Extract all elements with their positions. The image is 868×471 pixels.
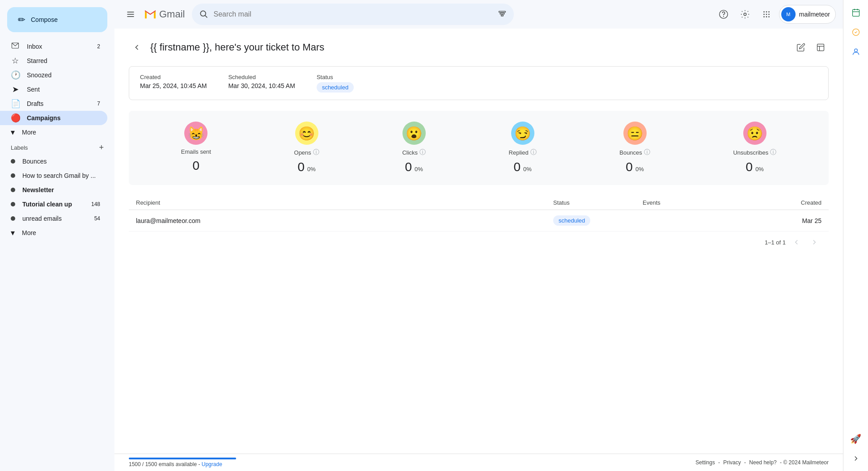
pagination-next[interactable] xyxy=(807,235,821,249)
search-input[interactable] xyxy=(213,10,492,18)
campaigns-label: Campaigns xyxy=(27,114,60,122)
header-actions xyxy=(793,39,829,55)
stat-item-clicks: 😮 Clicksⓘ 0 0% xyxy=(402,122,426,174)
scheduled-field: Scheduled Mar 30, 2024, 10:45 AM xyxy=(228,74,295,93)
mailmeteor-icon: 🚀 xyxy=(850,433,861,444)
right-panel: 🚀 xyxy=(843,0,868,471)
labels-more-button[interactable]: ▾ More xyxy=(0,226,107,240)
sidebar-item-inbox[interactable]: Inbox 2 xyxy=(0,39,107,54)
settings-link[interactable]: Settings xyxy=(695,459,715,466)
stat-value-container-replied: 0 0% xyxy=(513,160,531,174)
mailmeteor-panel-icon[interactable]: 🚀 xyxy=(847,430,865,448)
compose-icon: ✏ xyxy=(18,14,25,25)
compose-button[interactable]: ✏ Compose xyxy=(7,7,107,32)
app-grid-button[interactable] xyxy=(758,5,775,23)
stat-num-bounces: 0 xyxy=(626,160,633,174)
chevron-down-icon: ▾ xyxy=(11,127,15,137)
svg-rect-7 xyxy=(500,13,504,14)
chevron-down-icon-labels: ▾ xyxy=(11,228,15,238)
account-button[interactable]: M mailmeteor xyxy=(779,5,836,24)
campaigns-icon: 🔴 xyxy=(11,113,20,123)
svg-point-19 xyxy=(766,16,767,17)
svg-point-18 xyxy=(763,16,765,17)
avatar: M xyxy=(781,7,796,21)
nav-more-label: More xyxy=(22,129,36,136)
stat-value-container-opens: 0 0% xyxy=(297,160,315,174)
stat-value-container-unsubscribes: 0 0% xyxy=(746,160,764,174)
drafts-badge: 7 xyxy=(97,101,100,107)
unread-emails-label: unread emails xyxy=(22,215,62,222)
col-status: Status xyxy=(553,199,643,206)
upgrade-link[interactable]: Upgrade xyxy=(202,461,222,467)
info-icon-clicks[interactable]: ⓘ xyxy=(419,148,426,156)
status-badge: scheduled xyxy=(317,82,354,93)
search-filter-icon[interactable] xyxy=(498,9,507,20)
footer-usage: 1500 / 1500 emails available - Upgrade xyxy=(129,461,236,467)
table-header: Recipient Status Events Created xyxy=(129,196,829,210)
stat-item-replied: 😏 Repliedⓘ 0 0% xyxy=(509,122,537,174)
recipients-table: Recipient Status Events Created laura@ma… xyxy=(129,196,829,253)
sidebar-item-sent[interactable]: ➤ Sent xyxy=(0,82,107,97)
help-link[interactable]: Need help? xyxy=(749,459,776,466)
stat-label-bounces: Bouncesⓘ xyxy=(619,148,650,156)
nav-more-button[interactable]: ▾ More xyxy=(0,125,107,139)
stat-item-emails-sent: 😸 Emails sent 0 xyxy=(181,122,211,174)
stat-label-opens: Opensⓘ xyxy=(294,148,319,156)
scheduled-value: Mar 30, 2024, 10:45 AM xyxy=(228,82,295,89)
layout-button[interactable] xyxy=(813,39,829,55)
sidebar-item-drafts[interactable]: 📄 Drafts 7 xyxy=(0,97,107,111)
tasks-panel-icon[interactable] xyxy=(847,23,865,41)
row-status-badge: scheduled xyxy=(553,215,643,226)
stat-label-unsubscribes: Unsubscribesⓘ xyxy=(733,148,776,156)
sidebar-item-snoozed[interactable]: 🕐 Snoozed xyxy=(0,68,107,82)
sidebar-item-campaigns[interactable]: 🔴 Campaigns xyxy=(0,111,107,125)
stat-pct-unsubscribes: 0% xyxy=(755,166,764,172)
sidebar-item-starred[interactable]: ☆ Starred xyxy=(0,54,107,68)
svg-point-14 xyxy=(768,11,770,13)
sidebar-item-newsletter[interactable]: Newsletter xyxy=(0,183,107,197)
svg-point-29 xyxy=(854,49,857,52)
info-icon-unsubscribes[interactable]: ⓘ xyxy=(770,148,776,156)
sidebar-item-unread-emails[interactable]: unread emails 54 xyxy=(0,211,107,226)
stat-num-unsubscribes: 0 xyxy=(746,160,753,174)
calendar-panel-icon[interactable] xyxy=(847,4,865,21)
newsletter-dot xyxy=(11,188,15,192)
bounces-dot xyxy=(11,159,15,164)
stat-emoji-emails-sent: 😸 xyxy=(184,122,207,145)
svg-point-13 xyxy=(766,11,767,13)
info-icon-replied[interactable]: ⓘ xyxy=(530,148,537,156)
sidebar-item-tutorial-clean-up[interactable]: Tutorial clean up 148 xyxy=(0,197,107,211)
info-icon-bounces[interactable]: ⓘ xyxy=(644,148,650,156)
privacy-link[interactable]: Privacy xyxy=(723,459,741,466)
progress-bar xyxy=(129,458,236,459)
created-field: Created Mar 25, 2024, 10:45 AM xyxy=(140,74,207,93)
stat-label-clicks: Clicksⓘ xyxy=(402,148,426,156)
contacts-panel-icon[interactable] xyxy=(847,43,865,61)
gmail-logo: Gmail xyxy=(143,7,185,21)
topbar: Gmail M mailmeteor xyxy=(114,0,843,29)
add-label-icon[interactable]: + xyxy=(99,143,104,152)
main-area: Gmail M mailmeteor xyxy=(114,0,843,471)
account-name: mailmeteor xyxy=(799,11,830,18)
stat-value-container-bounces: 0 0% xyxy=(626,160,644,174)
sidebar-item-how-to-search[interactable]: How to search Gmail by ... xyxy=(0,168,107,183)
bounces-label: Bounces xyxy=(22,158,47,165)
row-status-value: scheduled xyxy=(553,215,590,226)
expand-panel-button[interactable] xyxy=(847,450,865,467)
menu-button[interactable] xyxy=(122,5,140,23)
sep1: - xyxy=(718,459,721,466)
stats-grid: 😸 Emails sent 0 😊 Opensⓘ 0 0% 😮 Clicksⓘ … xyxy=(129,111,829,185)
sidebar-item-bounces[interactable]: Bounces xyxy=(0,154,107,168)
info-icon-opens[interactable]: ⓘ xyxy=(313,148,319,156)
stat-value-container-clicks: 0 0% xyxy=(405,160,423,174)
sep2: - xyxy=(744,459,747,466)
stat-pct-bounces: 0% xyxy=(635,166,644,172)
settings-button[interactable] xyxy=(736,5,754,23)
edit-button[interactable] xyxy=(793,39,809,55)
star-icon: ☆ xyxy=(11,56,20,66)
inbox-icon xyxy=(11,42,20,52)
pagination-prev[interactable] xyxy=(789,235,804,249)
help-button[interactable] xyxy=(715,5,733,23)
back-button[interactable] xyxy=(129,39,145,55)
topbar-actions: M mailmeteor xyxy=(715,5,836,24)
